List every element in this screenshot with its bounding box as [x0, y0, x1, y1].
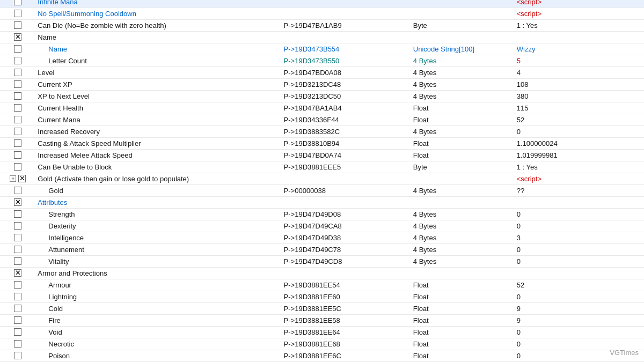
table-row[interactable]: No Spell/Summoning Cooldown<script>	[0, 8, 644, 19]
table-row[interactable]: IntelligenceP->19D47D49D384 Bytes3	[0, 232, 644, 243]
row-value: 0	[515, 208, 644, 220]
checkbox-cell	[0, 267, 35, 279]
table-row[interactable]: FireP->19D3881EE58Float9	[0, 314, 644, 326]
row-checkbox[interactable]	[14, 21, 21, 29]
table-row[interactable]: NecroticP->19D3881EE68Float0	[0, 338, 644, 350]
checkbox-cell	[0, 208, 35, 220]
row-name: Armor and Protections	[35, 267, 281, 279]
row-type: Float	[411, 114, 515, 125]
row-value: 4	[515, 67, 644, 78]
checkbox-cell	[0, 302, 35, 314]
checkbox-cell	[0, 196, 35, 208]
row-value: 0	[515, 125, 644, 137]
checkbox-cell	[0, 55, 35, 67]
row-address: P->19D34336F44	[282, 114, 411, 125]
table-row[interactable]: +Gold (Activate then gain or lose gold t…	[0, 173, 644, 184]
table-row[interactable]: Letter CountP->19D3473B5504 Bytes5	[0, 55, 644, 67]
table-row[interactable]: LevelP->19D47BD0A084 Bytes4	[0, 67, 644, 78]
table-row[interactable]: AttunementP->19D47D49C784 Bytes0	[0, 243, 644, 255]
table-row[interactable]: Casting & Attack Speed MultiplierP->19D3…	[0, 137, 644, 149]
row-value: 9	[515, 314, 644, 326]
row-type: Float	[411, 291, 515, 302]
table-row[interactable]: ArmourP->19D3881EE54Float52	[0, 279, 644, 291]
table-row[interactable]: PoisonP->19D3881EE6CFloat0	[0, 350, 644, 361]
row-checkbox[interactable]	[14, 293, 21, 300]
row-type	[411, 31, 515, 43]
row-checkbox[interactable]	[18, 175, 26, 182]
row-checkbox[interactable]	[14, 151, 21, 159]
row-address: P->19D3881EEE5	[282, 161, 411, 173]
main-table-container[interactable]: CompactMode (Activate Me!)<script>Last E…	[0, 0, 644, 362]
row-checkbox[interactable]	[14, 104, 21, 112]
row-name: Level	[35, 67, 281, 78]
row-checkbox[interactable]	[14, 187, 21, 194]
row-checkbox[interactable]	[14, 0, 21, 5]
group-checkbox[interactable]	[14, 33, 21, 41]
row-checkbox[interactable]	[14, 10, 21, 17]
row-checkbox[interactable]	[14, 139, 21, 147]
row-type: 4 Bytes	[411, 90, 515, 102]
table-row[interactable]: Current HealthP->19D47BA1AB4Float115	[0, 102, 644, 114]
row-checkbox[interactable]	[14, 57, 21, 64]
row-address: P->19D3213DC50	[282, 90, 411, 102]
row-checkbox[interactable]	[14, 305, 21, 312]
table-row[interactable]: XP to Next LevelP->19D3213DC504 Bytes380	[0, 90, 644, 102]
row-value: 0	[515, 243, 644, 255]
row-checkbox[interactable]	[14, 80, 21, 88]
row-name: Current Mana	[35, 114, 281, 125]
table-row[interactable]: Current ManaP->19D34336F44Float52	[0, 114, 644, 125]
expand-button[interactable]: +	[10, 175, 16, 182]
row-checkbox[interactable]	[14, 222, 21, 230]
table-row[interactable]: ColdP->19D3881EE5CFloat9	[0, 302, 644, 314]
table-row[interactable]: LightningP->19D3881EE60Float0	[0, 291, 644, 302]
checkbox-cell	[0, 338, 35, 350]
table-row[interactable]: Can Die (No=Be zombie with zero health)P…	[0, 19, 644, 31]
table-row[interactable]: Attributes	[0, 196, 644, 208]
row-name: Current Health	[35, 102, 281, 114]
row-checkbox[interactable]	[14, 281, 21, 289]
table-row[interactable]: Increased Melee Attack SpeedP->19D47BD0A…	[0, 149, 644, 161]
row-checkbox[interactable]	[14, 69, 21, 76]
row-checkbox[interactable]	[14, 328, 21, 336]
checkbox-cell	[0, 90, 35, 102]
row-checkbox[interactable]	[14, 45, 21, 53]
row-checkbox[interactable]	[14, 116, 21, 123]
table-row[interactable]: Can Be Unable to BlockP->19D3881EEE5Byte…	[0, 161, 644, 173]
table-row[interactable]: VoidP->19D3881EE64Float0	[0, 326, 644, 338]
table-row[interactable]: Infinite Mana<script>	[0, 0, 644, 8]
group-checkbox[interactable]	[14, 269, 21, 277]
row-value: 108	[515, 78, 644, 90]
group-checkbox[interactable]	[14, 198, 21, 206]
row-address: P->19D3881EE58	[282, 314, 411, 326]
row-checkbox[interactable]	[14, 92, 21, 100]
table-row[interactable]: VitalityP->19D47D49CD84 Bytes0	[0, 255, 644, 267]
checkbox-cell	[0, 102, 35, 114]
row-checkbox[interactable]	[14, 352, 21, 359]
table-row[interactable]: DexterityP->19D47D49CA84 Bytes0	[0, 220, 644, 232]
row-address: P->19D3881EE68	[282, 338, 411, 350]
table-row[interactable]: Current XPP->19D3213DC484 Bytes108	[0, 78, 644, 90]
row-checkbox[interactable]	[14, 246, 21, 253]
table-row[interactable]: NameP->19D3473B554Unicode String[100]Wiz…	[0, 43, 644, 55]
row-name: Attunement	[35, 243, 281, 255]
row-name: Lightning	[35, 291, 281, 302]
row-address: P->19D47D49C78	[282, 243, 411, 255]
row-name: Gold (Activate then gain or lose gold to…	[35, 173, 281, 184]
row-checkbox[interactable]	[14, 210, 21, 218]
row-checkbox[interactable]	[14, 316, 21, 324]
row-type: Float	[411, 338, 515, 350]
row-value: 0	[515, 350, 644, 361]
row-address: P->19D3883582C	[282, 125, 411, 137]
row-checkbox[interactable]	[14, 234, 21, 241]
table-row[interactable]: GoldP->000000384 Bytes??	[0, 184, 644, 196]
table-row[interactable]: Name	[0, 31, 644, 43]
row-checkbox[interactable]	[14, 257, 21, 265]
row-checkbox[interactable]	[14, 163, 21, 171]
table-row[interactable]: StrengthP->19D47D49D084 Bytes0	[0, 208, 644, 220]
row-checkbox[interactable]	[14, 128, 21, 135]
row-checkbox[interactable]	[14, 340, 21, 348]
row-name: Infinite Mana	[35, 0, 281, 8]
row-value: 0	[515, 220, 644, 232]
table-row[interactable]: Armor and Protections	[0, 267, 644, 279]
table-row[interactable]: Increased RecoveryP->19D3883582C4 Bytes0	[0, 125, 644, 137]
